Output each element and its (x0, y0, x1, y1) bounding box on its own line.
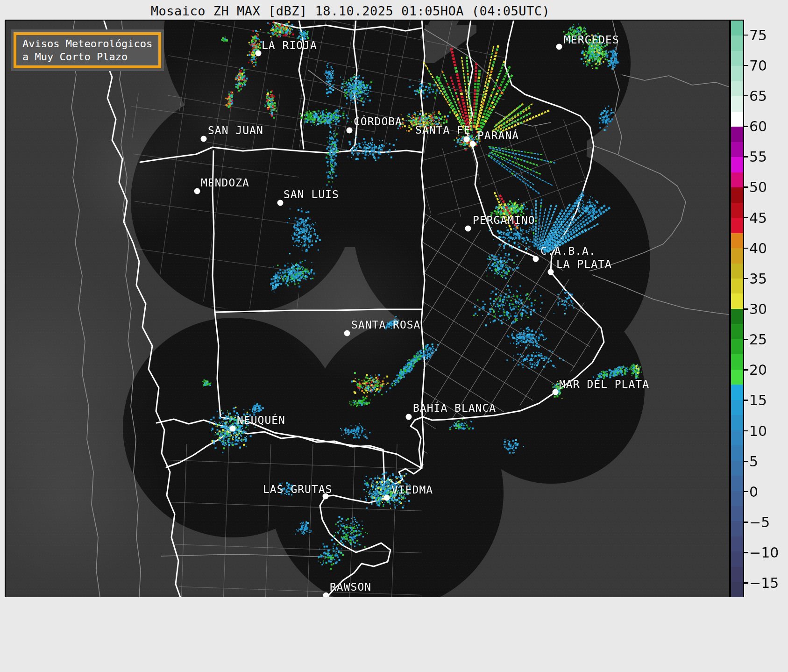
colorbar-tick-45: 45 (749, 209, 767, 226)
colorbar-tick-mark (744, 369, 748, 371)
colorbar-tick-65: 65 (749, 87, 767, 104)
colorbar-segment (731, 476, 743, 491)
colorbar-segment (731, 324, 743, 339)
colorbar-segment (731, 218, 743, 233)
colorbar-tick-75: 75 (749, 27, 767, 43)
warnings-badge-line2: a Muy Corto Plazo (22, 51, 128, 63)
colorbar-segment (731, 309, 743, 324)
colorbar-segment (731, 521, 743, 536)
colorbar-tick-40: 40 (749, 240, 767, 256)
colorbar-segment (731, 51, 743, 66)
colorbar-segment (731, 36, 743, 50)
colorbar-segment (731, 279, 743, 293)
colorbar-segment (731, 127, 743, 142)
colorbar-tick-mark (744, 582, 748, 584)
colorbar-segment (731, 66, 743, 81)
colorbar-segment (731, 21, 743, 36)
colorbar-segment (731, 248, 743, 263)
colorbar-tick-0: 0 (749, 483, 758, 500)
colorbar-segment (731, 112, 743, 127)
colorbar-tick-25: 25 (749, 331, 767, 348)
colorbar-tick-20: 20 (749, 362, 767, 378)
colorbar-segment (731, 567, 743, 582)
colorbar-tick-mark (744, 126, 748, 127)
colorbar-tick-15: 15 (749, 392, 767, 408)
page-title: Mosaico ZH MAX [dBZ] 18.10.2025 01:05HOA… (5, 4, 696, 18)
colorbar-segment (731, 157, 743, 172)
colorbar-segment (731, 264, 743, 279)
colorbar-tick-mark (744, 522, 748, 523)
colorbar-segment (731, 430, 743, 445)
colorbar-tick-mark (744, 461, 748, 462)
warnings-badge-line1: Avisos Meteorológicos (22, 38, 152, 50)
colorbar-segment (731, 354, 743, 369)
colorbar-tick-5: 5 (749, 453, 758, 469)
colorbar-tick-mark (744, 156, 748, 157)
colorbar-tick-55: 55 (749, 149, 767, 165)
colorbar-tick-mark (744, 400, 748, 401)
colorbar-tick-mark (744, 552, 748, 553)
reflectivity-colorbar (730, 20, 744, 598)
colorbar-tick--10: −10 (749, 544, 779, 561)
colorbar-segment (731, 142, 743, 157)
colorbar-segment (731, 81, 743, 96)
colorbar-tick--15: −15 (749, 575, 779, 591)
colorbar-segment (731, 233, 743, 248)
colorbar-tick-mark (744, 95, 748, 97)
colorbar-tick-mark (744, 308, 748, 310)
colorbar-segment (731, 506, 743, 521)
colorbar-segment (731, 461, 743, 476)
colorbar-tick-mark (744, 339, 748, 340)
colorbar-tick-30: 30 (749, 301, 767, 317)
colorbar-segment (731, 172, 743, 187)
colorbar-tick-60: 60 (749, 118, 767, 135)
colorbar-tick-50: 50 (749, 179, 767, 195)
colorbar-segment (731, 551, 743, 566)
colorbar-tick-mark (744, 248, 748, 249)
colorbar-tick-mark (744, 278, 748, 279)
colorbar-segment (731, 187, 743, 202)
colorbar-segment (731, 203, 743, 218)
colorbar-segment (731, 491, 743, 506)
warnings-badge-text: Avisos Meteorológicos a Muy Corto Plazo (14, 32, 161, 68)
colorbar-segment (731, 445, 743, 460)
colorbar-segment (731, 370, 743, 385)
colorbar-segment (731, 385, 743, 400)
footer-logos: Servicio Meteorológico Nacional Argentin… (0, 597, 788, 672)
colorbar-segment (731, 400, 743, 415)
colorbar-segment (731, 415, 743, 430)
colorbar-tick-mark (744, 65, 748, 66)
colorbar-tick-mark (744, 491, 748, 493)
colorbar-tick-10: 10 (749, 422, 767, 439)
colorbar-tick-mark (744, 430, 748, 432)
colorbar-tick-mark (744, 217, 748, 219)
colorbar-tick-35: 35 (749, 270, 767, 286)
colorbar-tick--5: −5 (749, 514, 770, 530)
colorbar-segment (731, 293, 743, 308)
colorbar-tick-70: 70 (749, 57, 767, 73)
colorbar-segment (731, 582, 743, 597)
colorbar-tick-mark (744, 186, 748, 188)
radar-map-canvas (5, 20, 730, 598)
colorbar-tick-mark (744, 35, 748, 36)
colorbar-segment (731, 96, 743, 111)
colorbar-segment (731, 536, 743, 551)
warnings-badge[interactable]: Avisos Meteorológicos a Muy Corto Plazo (11, 29, 164, 71)
colorbar-segment (731, 339, 743, 354)
